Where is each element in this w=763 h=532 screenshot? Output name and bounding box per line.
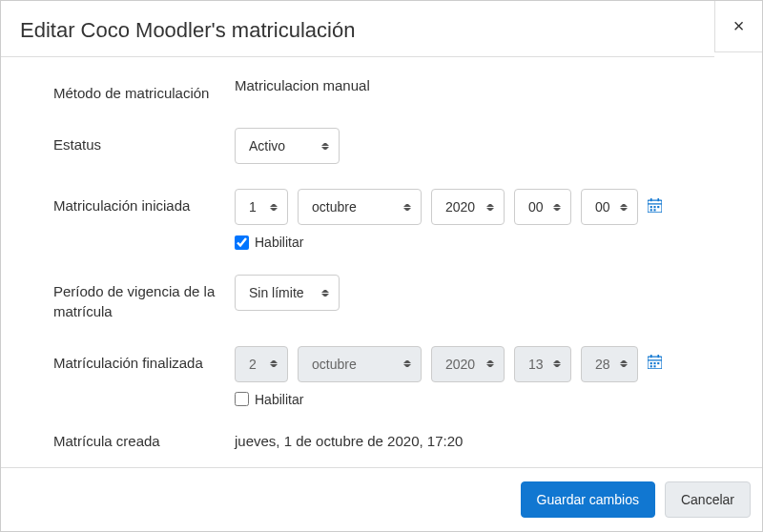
status-select-value: Activo [249, 138, 285, 153]
caret-icon [403, 358, 411, 370]
svg-rect-13 [650, 362, 652, 364]
timestart-enable-label: Habilitar [255, 235, 303, 250]
label-method: Método de matriculación [53, 76, 235, 103]
caret-icon [486, 201, 494, 213]
modal-title-wrap: Editar Coco Moodler's matriculación [1, 1, 714, 57]
timeend-day-value: 2 [249, 357, 257, 372]
caret-icon [321, 140, 329, 152]
close-button[interactable]: × [714, 1, 762, 52]
modal-footer: Guardar cambios Cancelar [1, 467, 762, 531]
timeend-minute-select[interactable]: 28 [581, 346, 638, 382]
timestart-month-select[interactable]: octubre [298, 189, 422, 225]
caret-icon [553, 358, 561, 370]
row-status: Estatus Activo [53, 128, 733, 164]
timestart-date-row: 1 octubre 2020 00 [235, 189, 733, 225]
duration-select-value: Sin límite [249, 285, 304, 300]
control-status: Activo [235, 128, 733, 164]
value-method: Matriculacion manual [235, 76, 733, 93]
label-timeend: Matrículación finalizada [53, 346, 235, 373]
timeend-date-row: 2 octubre 2020 13 [235, 346, 733, 382]
timestart-year-select[interactable]: 2020 [431, 189, 505, 225]
timeend-hour-select[interactable]: 13 [514, 346, 571, 382]
timeend-enable-row: Habilitar [235, 392, 733, 407]
save-button[interactable]: Guardar cambios [521, 481, 655, 518]
timestart-enable-checkbox[interactable] [235, 235, 249, 250]
caret-icon [321, 287, 329, 298]
control-timestart: 1 octubre 2020 00 [235, 189, 733, 250]
duration-select[interactable]: Sin límite [235, 275, 340, 311]
modal-body: Método de matriculación Matriculacion ma… [1, 57, 762, 467]
label-timestart: Matriculación iniciada [53, 189, 235, 215]
timeend-enable-checkbox[interactable] [235, 392, 249, 406]
label-status: Estatus [53, 128, 235, 154]
caret-icon [620, 358, 628, 370]
row-created: Matrícula creada jueves, 1 de octubre de… [53, 432, 733, 451]
svg-rect-16 [650, 366, 652, 368]
timestart-day-select[interactable]: 1 [235, 189, 288, 225]
svg-rect-15 [657, 362, 659, 364]
caret-icon [270, 358, 278, 370]
caret-icon [486, 358, 494, 370]
svg-rect-8 [653, 209, 655, 211]
svg-rect-7 [650, 209, 652, 211]
cancel-button[interactable]: Cancelar [665, 481, 751, 518]
timestart-day-value: 1 [249, 199, 257, 215]
close-icon: × [733, 15, 745, 37]
svg-rect-17 [653, 366, 655, 368]
svg-rect-6 [657, 206, 659, 208]
timeend-month-value: octubre [312, 357, 357, 372]
modal-title: Editar Coco Moodler's matriculación [20, 18, 695, 43]
caret-icon [620, 201, 628, 213]
control-duration: Sin límite [235, 275, 733, 311]
svg-rect-4 [650, 206, 652, 208]
svg-rect-14 [653, 362, 655, 364]
value-created: jueves, 1 de octubre de 2020, 17:20 [235, 432, 733, 449]
control-timeend: 2 octubre 2020 13 [235, 346, 733, 407]
modal-header: Editar Coco Moodler's matriculación × [1, 1, 762, 57]
timeend-minute-value: 28 [595, 357, 610, 372]
row-timestart: Matriculación iniciada 1 octubre 2020 [53, 189, 733, 250]
timestart-hour-select[interactable]: 00 [514, 189, 571, 225]
caret-icon [403, 201, 411, 213]
calendar-icon[interactable] [648, 355, 662, 373]
timestart-year-value: 2020 [445, 199, 475, 215]
status-select[interactable]: Activo [235, 128, 340, 164]
timestart-minute-value: 00 [595, 199, 610, 215]
timestart-enable-row: Habilitar [235, 235, 733, 250]
label-duration: Período de vigencia de la matrícula [53, 275, 235, 321]
caret-icon [270, 201, 278, 213]
row-duration: Período de vigencia de la matrícula Sin … [53, 275, 733, 321]
timeend-hour-value: 13 [528, 357, 544, 372]
timeend-month-select[interactable]: octubre [298, 346, 422, 382]
timestart-minute-select[interactable]: 00 [581, 189, 638, 225]
timestart-month-value: octubre [312, 199, 357, 215]
row-method: Método de matriculación Matriculacion ma… [53, 76, 733, 103]
calendar-icon[interactable] [648, 198, 662, 216]
timeend-year-value: 2020 [445, 357, 475, 372]
caret-icon [553, 201, 561, 213]
svg-rect-5 [653, 206, 655, 208]
row-timeend: Matrículación finalizada 2 octubre 2020 [53, 346, 733, 407]
timeend-day-select[interactable]: 2 [235, 346, 288, 382]
label-created: Matrícula creada [53, 432, 235, 451]
edit-enrolment-modal: Editar Coco Moodler's matriculación × Mé… [0, 0, 763, 532]
timestart-hour-value: 00 [528, 199, 544, 215]
timeend-enable-label: Habilitar [255, 392, 303, 407]
timeend-year-select[interactable]: 2020 [431, 346, 505, 382]
